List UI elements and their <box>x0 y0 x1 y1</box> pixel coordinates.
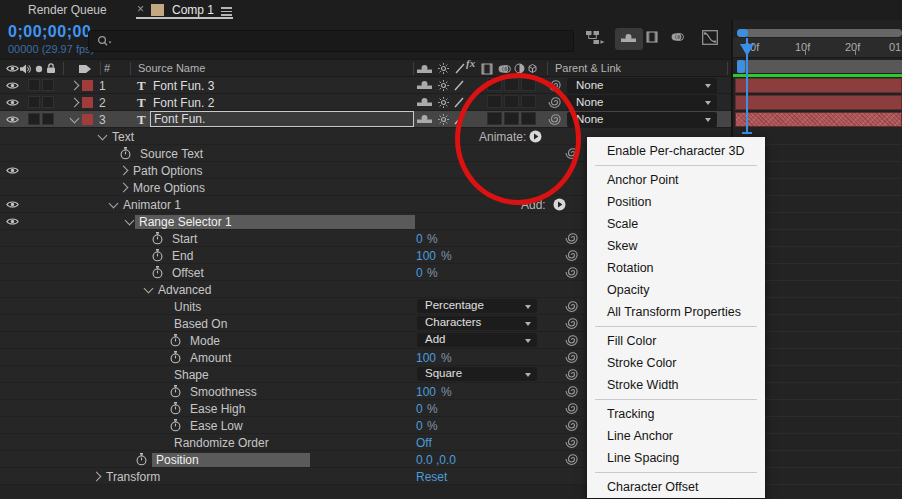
property-value[interactable]: 100 <box>416 385 436 399</box>
eye-column-icon[interactable] <box>6 64 19 73</box>
property-value[interactable]: 100 <box>416 249 436 263</box>
layer-label-color[interactable] <box>82 114 93 125</box>
expression-pickwhip-icon[interactable] <box>565 300 578 313</box>
layer-row[interactable]: 2TFont Fun. 2None <box>0 94 733 111</box>
menu-item[interactable]: Tracking <box>587 403 765 425</box>
property-label[interactable]: Units <box>174 300 201 314</box>
motion-blur-column-icon[interactable] <box>498 64 511 74</box>
property-label[interactable]: More Options <box>133 181 205 195</box>
graph-editor-icon[interactable] <box>702 30 718 45</box>
layer-label-color[interactable] <box>82 97 93 108</box>
property-value[interactable]: 100 <box>416 351 436 365</box>
expand-chevron-right-icon[interactable] <box>119 166 129 176</box>
stopwatch-icon[interactable] <box>152 266 163 279</box>
property-value[interactable]: Reset <box>416 470 447 484</box>
time-ruler[interactable]: 00f10f20f01: <box>733 38 902 58</box>
label-color-column-icon[interactable] <box>78 63 92 75</box>
expression-pickwhip-icon[interactable] <box>565 385 578 398</box>
adjustment-layer-column-icon[interactable] <box>514 63 525 74</box>
menu-item[interactable]: Opacity <box>587 279 765 301</box>
audio-column-icon[interactable] <box>20 64 31 74</box>
frame-blend-column-icon[interactable] <box>481 63 493 75</box>
stopwatch-icon[interactable] <box>170 385 181 398</box>
navigator-handle[interactable] <box>737 29 748 37</box>
work-area-bar[interactable] <box>737 60 902 73</box>
solo-switch-cell[interactable] <box>42 79 54 91</box>
menu-item[interactable]: Anchor Point <box>587 169 765 191</box>
parent-pickwhip-icon[interactable] <box>548 96 561 109</box>
layer-switch-cell[interactable] <box>521 78 536 91</box>
property-visibility-icon[interactable] <box>6 166 19 175</box>
add-button-icon[interactable] <box>553 198 566 211</box>
parent-pickwhip-icon[interactable] <box>548 79 561 92</box>
layer-switch-cell[interactable] <box>504 78 519 91</box>
expression-pickwhip-icon[interactable] <box>565 453 578 466</box>
property-label[interactable]: Source Text <box>140 147 203 161</box>
property-value[interactable]: 0 <box>416 232 423 246</box>
menu-item[interactable]: Scale <box>587 213 765 235</box>
menu-item[interactable]: Stroke Color <box>587 352 765 374</box>
motion-blur-icon[interactable] <box>671 32 684 42</box>
layer-visibility-icon[interactable] <box>6 115 19 124</box>
expand-chevron-down-icon[interactable] <box>70 114 80 124</box>
menu-item[interactable]: Line Anchor <box>587 425 765 447</box>
stopwatch-icon[interactable] <box>170 334 181 347</box>
property-visibility-icon[interactable] <box>6 200 19 209</box>
stopwatch-icon[interactable] <box>136 453 147 466</box>
expression-pickwhip-icon[interactable] <box>565 368 578 381</box>
property-label[interactable]: Mode <box>190 334 220 348</box>
property-label[interactable]: Ease Low <box>190 419 243 433</box>
current-timecode[interactable]: 0;00;00;00 <box>8 23 91 41</box>
layer-duration-bar[interactable] <box>735 78 902 93</box>
property-label[interactable]: Shape <box>174 368 209 382</box>
layer-visibility-icon[interactable] <box>6 81 19 90</box>
solo-switch-cell[interactable] <box>42 96 54 108</box>
menu-item[interactable]: Character Offset <box>587 476 765 498</box>
layer-collapse-icon[interactable] <box>438 97 449 108</box>
expression-pickwhip-icon[interactable] <box>565 351 578 364</box>
property-label[interactable]: Path Options <box>133 164 202 178</box>
search-input[interactable] <box>88 30 574 52</box>
close-icon[interactable]: × <box>137 2 144 16</box>
expand-chevron-down-icon[interactable] <box>144 284 154 294</box>
layer-switch-cell[interactable] <box>521 95 536 108</box>
expression-pickwhip-icon[interactable] <box>565 147 578 160</box>
expand-chevron-down-icon[interactable] <box>109 199 119 209</box>
property-visibility-icon[interactable] <box>6 217 19 226</box>
property-value[interactable]: 0 <box>416 419 423 433</box>
stopwatch-icon[interactable] <box>120 147 131 160</box>
property-dropdown[interactable]: Percentage <box>417 299 537 313</box>
property-value[interactable]: 0 <box>416 402 423 416</box>
layer-shy-icon[interactable] <box>417 80 432 90</box>
expand-chevron-right-icon[interactable] <box>70 98 80 108</box>
expression-pickwhip-icon[interactable] <box>565 334 578 347</box>
property-label[interactable]: Ease High <box>190 402 245 416</box>
layer-quality-icon[interactable] <box>454 97 464 108</box>
property-value[interactable]: Off <box>416 436 432 450</box>
layer-label-color[interactable] <box>82 80 93 91</box>
stopwatch-icon[interactable] <box>170 402 181 415</box>
property-label[interactable]: Animator 1 <box>123 198 181 212</box>
property-dropdown[interactable]: Characters <box>417 316 537 330</box>
layer-quality-icon[interactable] <box>454 80 464 91</box>
expand-chevron-down-icon[interactable] <box>98 131 108 141</box>
property-value[interactable]: 0 <box>416 266 423 280</box>
property-value[interactable]: 0.0 ,0.0 <box>416 453 456 467</box>
playhead[interactable] <box>740 44 754 56</box>
layer-shy-icon[interactable] <box>417 114 432 124</box>
property-label[interactable]: Transform <box>106 470 160 484</box>
timeline-navigator[interactable] <box>737 29 902 37</box>
layer-name-editing[interactable]: Font Fun. <box>150 111 414 127</box>
layer-visibility-icon[interactable] <box>6 98 19 107</box>
solo-switch-cell[interactable] <box>42 113 54 125</box>
layer-row[interactable]: 1TFont Fun. 3None <box>0 77 733 94</box>
layer-collapse-icon[interactable] <box>438 114 449 125</box>
stopwatch-icon[interactable] <box>152 249 163 262</box>
property-label[interactable]: Position <box>152 453 310 467</box>
quality-column-icon[interactable] <box>455 63 465 74</box>
stopwatch-icon[interactable] <box>170 351 181 364</box>
tab-comp[interactable]: Comp 1 <box>172 3 214 17</box>
property-label[interactable]: Based On <box>174 317 227 331</box>
expression-pickwhip-icon[interactable] <box>565 317 578 330</box>
layer-switch-cell[interactable] <box>504 112 519 125</box>
